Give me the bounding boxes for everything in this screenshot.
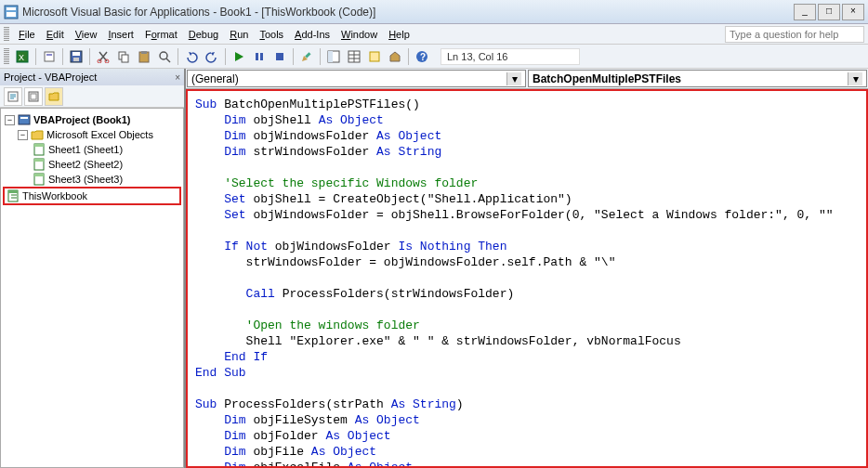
find-icon[interactable]	[155, 47, 174, 66]
svg-rect-21	[305, 52, 310, 58]
object-dropdown-value: (General)	[191, 72, 239, 85]
insert-module-icon[interactable]	[40, 47, 59, 66]
properties-icon[interactable]	[345, 47, 363, 66]
menu-window[interactable]: Window	[335, 27, 383, 42]
procedure-dropdown-value: BatchOpenMultiplePSTFiles	[533, 72, 681, 85]
sheet-icon	[33, 173, 46, 186]
svg-point-16	[160, 52, 167, 59]
workbook-icon	[7, 189, 20, 202]
app-icon	[4, 5, 19, 20]
svg-rect-9	[73, 58, 79, 61]
menu-file[interactable]: File	[13, 27, 41, 42]
main-area: Project - VBAProject × − VBAProject (Boo…	[0, 69, 868, 468]
svg-rect-42	[34, 159, 44, 162]
procedure-dropdown[interactable]: BatchOpenMultiplePSTFiles ▾	[528, 70, 867, 87]
svg-rect-13	[122, 55, 128, 62]
svg-rect-23	[328, 51, 333, 62]
project-explorer-panel: Project - VBAProject × − VBAProject (Boo…	[0, 69, 186, 468]
maximize-button[interactable]: □	[818, 4, 840, 20]
menu-handle-icon	[4, 27, 9, 42]
svg-rect-1	[7, 7, 16, 10]
svg-rect-20	[276, 53, 283, 60]
svg-rect-40	[34, 144, 44, 147]
menu-run[interactable]: Run	[224, 27, 254, 42]
copy-icon[interactable]	[114, 47, 133, 66]
collapse-icon[interactable]: −	[18, 130, 28, 140]
svg-rect-37	[19, 115, 30, 124]
toggle-folders-icon[interactable]	[45, 87, 63, 106]
svg-rect-19	[260, 53, 263, 60]
help-search-input[interactable]	[725, 26, 864, 43]
view-code-icon[interactable]	[4, 87, 22, 106]
svg-rect-38	[20, 117, 28, 119]
menu-bar: File Edit View Insert Format Debug Run T…	[0, 24, 868, 45]
help-icon[interactable]: ?	[413, 47, 431, 66]
menu-debug[interactable]: Debug	[183, 27, 224, 42]
svg-text:?: ?	[420, 52, 426, 62]
reset-icon[interactable]	[270, 47, 289, 66]
folder-icon	[31, 128, 44, 141]
close-button[interactable]: ×	[842, 4, 864, 20]
tree-item-sheet3[interactable]: Sheet3 (Sheet3)	[3, 172, 181, 187]
svg-rect-44	[34, 174, 44, 176]
view-object-icon[interactable]	[24, 87, 43, 106]
svg-line-17	[166, 58, 170, 62]
minimize-button[interactable]: _	[794, 4, 816, 20]
tree-item-sheet1[interactable]: Sheet1 (Sheet1)	[3, 142, 181, 157]
tree-root[interactable]: − VBAProject (Book1)	[3, 112, 181, 127]
object-dropdown[interactable]: (General) ▾	[187, 70, 526, 87]
cut-icon[interactable]	[94, 47, 112, 66]
chevron-down-icon[interactable]: ▾	[506, 72, 521, 85]
svg-rect-15	[141, 51, 147, 54]
paste-icon[interactable]	[135, 47, 153, 66]
svg-rect-36	[31, 94, 36, 99]
toolbox-icon[interactable]	[386, 47, 404, 66]
code-dropdowns: (General) ▾ BatchOpenMultiplePSTFiles ▾	[186, 69, 868, 89]
project-panel-title-text: Project - VBAProject	[4, 72, 97, 83]
redo-icon[interactable]	[203, 47, 221, 66]
tree-item-label: Sheet2 (Sheet2)	[48, 159, 123, 170]
tree-item-label: Sheet3 (Sheet3)	[48, 174, 123, 185]
svg-rect-6	[46, 54, 52, 56]
tree-folder[interactable]: − Microsoft Excel Objects	[3, 127, 181, 142]
view-excel-icon[interactable]: X	[13, 47, 32, 66]
design-mode-icon[interactable]	[297, 47, 316, 66]
tree-item-label: ThisWorkbook	[22, 190, 87, 202]
tree-item-thisworkbook[interactable]: ThisWorkbook	[3, 187, 181, 205]
undo-icon[interactable]	[182, 47, 201, 66]
project-explorer-icon[interactable]	[324, 47, 343, 66]
tree-item-sheet2[interactable]: Sheet2 (Sheet2)	[3, 157, 181, 172]
window-title: Microsoft Visual Basic for Applications …	[22, 6, 375, 19]
project-icon	[18, 113, 31, 126]
save-icon[interactable]	[67, 47, 85, 66]
chevron-down-icon[interactable]: ▾	[848, 72, 862, 85]
tree-item-label: Sheet1 (Sheet1)	[48, 144, 123, 155]
tree-folder-label: Microsoft Excel Objects	[46, 129, 153, 140]
menu-insert[interactable]: Insert	[102, 27, 139, 42]
project-panel-title: Project - VBAProject ×	[0, 69, 184, 85]
svg-rect-18	[256, 53, 258, 60]
menu-tools[interactable]: Tools	[254, 27, 289, 42]
tree-root-label: VBAProject (Book1)	[33, 114, 131, 125]
object-browser-icon[interactable]	[365, 47, 384, 66]
svg-rect-8	[72, 52, 80, 56]
menu-help[interactable]: Help	[383, 27, 415, 42]
toolbar: X ? Ln 13, Col 16	[0, 45, 868, 69]
project-panel-close-icon[interactable]: ×	[175, 72, 180, 83]
sheet-icon	[33, 143, 46, 156]
collapse-icon[interactable]: −	[5, 115, 15, 125]
cursor-position: Ln 13, Col 16	[441, 48, 580, 65]
code-area: (General) ▾ BatchOpenMultiplePSTFiles ▾ …	[186, 69, 868, 468]
code-editor[interactable]: Sub BatchOpenMultiplePSTFiles() Dim objS…	[186, 89, 868, 468]
project-panel-toolbar	[0, 85, 184, 108]
svg-rect-46	[8, 190, 18, 193]
menu-addins[interactable]: Add-Ins	[289, 27, 335, 42]
toolbar-handle-icon	[4, 48, 9, 65]
run-icon[interactable]	[230, 47, 248, 66]
menu-edit[interactable]: Edit	[41, 27, 70, 42]
break-icon[interactable]	[250, 47, 269, 66]
menu-format[interactable]: Format	[139, 27, 183, 42]
project-tree[interactable]: − VBAProject (Book1) − Microsoft Excel O…	[0, 108, 184, 468]
title-bar: Microsoft Visual Basic for Applications …	[0, 0, 868, 24]
menu-view[interactable]: View	[70, 27, 103, 42]
